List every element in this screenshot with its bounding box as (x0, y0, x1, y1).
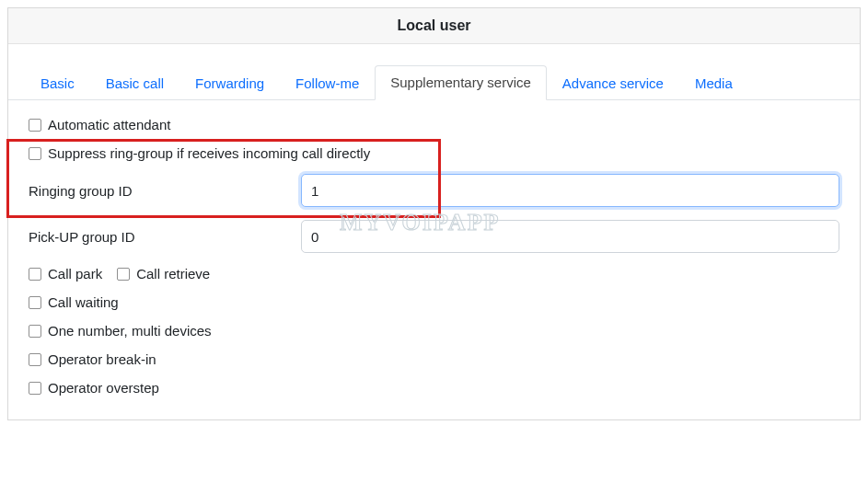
tab-supplementary-service[interactable]: Supplementary service (375, 65, 547, 100)
call-retrieve-label: Call retrieve (136, 266, 210, 281)
automatic-attendant-label: Automatic attendant (48, 117, 170, 132)
checkbox-icon (29, 268, 41, 281)
checkbox-icon (117, 268, 130, 281)
checkbox-icon (29, 382, 41, 395)
tab-forwarding[interactable]: Forwarding (179, 66, 280, 100)
tab-media[interactable]: Media (679, 66, 748, 100)
call-park-label: Call park (48, 266, 102, 281)
pickup-group-id-label: Pick-UP group ID (29, 229, 301, 245)
suppress-ring-group-label: Suppress ring-group if receives incoming… (48, 145, 370, 161)
pickup-group-id-input[interactable] (301, 220, 839, 253)
tabs-bar: Basic Basic call Forwarding Follow-me Su… (8, 44, 860, 100)
operator-break-in-label: Operator break-in (48, 351, 156, 367)
automatic-attendant-checkbox[interactable]: Automatic attendant (29, 117, 170, 132)
operator-overstep-checkbox[interactable]: Operator overstep (29, 380, 159, 396)
checkbox-icon (29, 325, 41, 338)
supplementary-service-form: MYVOIPAPP Automatic attendant Suppress r… (8, 100, 860, 419)
checkbox-icon (29, 119, 41, 132)
one-number-multi-devices-label: One number, multi devices (48, 323, 212, 339)
operator-overstep-label: Operator overstep (48, 380, 159, 396)
call-park-checkbox[interactable]: Call park (29, 266, 102, 281)
tab-advance-service[interactable]: Advance service (547, 66, 679, 100)
tab-follow-me[interactable]: Follow-me (280, 66, 375, 100)
call-retrieve-checkbox[interactable]: Call retrieve (117, 266, 210, 281)
tab-basic[interactable]: Basic (25, 66, 90, 100)
call-waiting-label: Call waiting (48, 294, 119, 310)
checkbox-icon (29, 147, 41, 160)
one-number-multi-devices-checkbox[interactable]: One number, multi devices (29, 323, 212, 339)
panel-title: Local user (8, 8, 860, 44)
ringing-group-id-label: Ringing group ID (29, 183, 301, 199)
call-waiting-checkbox[interactable]: Call waiting (29, 294, 119, 310)
tab-basic-call[interactable]: Basic call (90, 66, 179, 100)
suppress-ring-group-checkbox[interactable]: Suppress ring-group if receives incoming… (29, 145, 370, 161)
operator-break-in-checkbox[interactable]: Operator break-in (29, 351, 156, 367)
ringing-group-id-input[interactable] (301, 174, 839, 207)
checkbox-icon (29, 353, 41, 366)
checkbox-icon (29, 296, 41, 309)
local-user-panel: Local user Basic Basic call Forwarding F… (7, 7, 861, 420)
